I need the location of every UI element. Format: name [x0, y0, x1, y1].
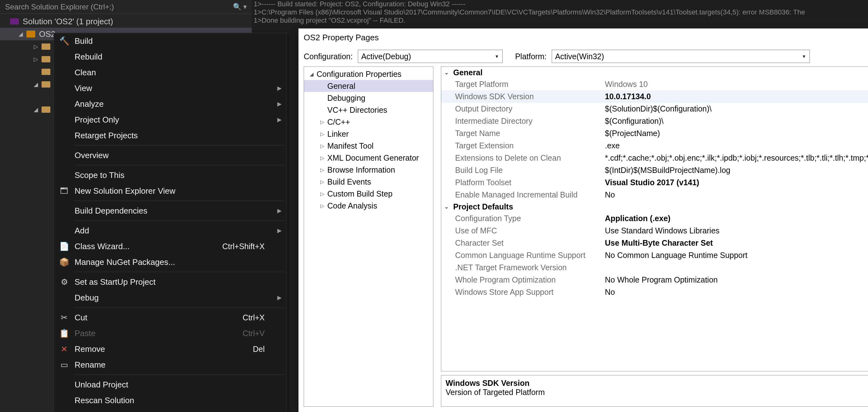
expand-icon: ◢ — [310, 71, 317, 77]
prop-row[interactable]: Target PlatformWindows 10 — [441, 78, 868, 90]
menu-item-class-wizard[interactable]: 📄Class Wizard...Ctrl+Shift+X — [54, 238, 287, 254]
search-box[interactable]: Search Solution Explorer (Ctrl+;) 🔍 ▾ — [0, 0, 252, 14]
menu-item-display-tag-parser-errors[interactable]: Display Tag Parser Errors — [54, 408, 287, 412]
prop-key: Windows Store App Support — [441, 288, 605, 297]
menu-item-overview[interactable]: Overview — [54, 147, 287, 163]
menu-label: Paste — [74, 328, 243, 338]
config-item-debugging[interactable]: Debugging — [304, 92, 433, 104]
menu-shortcut: Del — [253, 345, 277, 354]
menu-label: Analyze — [74, 99, 277, 109]
search-icon[interactable]: 🔍 ▾ — [233, 3, 247, 11]
menu-label: Unload Project — [74, 380, 277, 390]
section-general[interactable]: ⌄General — [441, 67, 868, 78]
menu-item-analyze[interactable]: Analyze▶ — [54, 96, 287, 112]
prop-row[interactable]: Platform ToolsetVisual Studio 2017 (v141… — [441, 176, 868, 189]
menu-item-unload-project[interactable]: Unload Project — [54, 377, 287, 392]
chevron-down-icon: ⌄ — [444, 204, 453, 210]
expand-icon[interactable]: ▷ — [31, 56, 40, 63]
expand-icon[interactable]: ◢ — [31, 106, 40, 113]
menu-item-debug[interactable]: Debug▶ — [54, 290, 287, 305]
menu-item-rename[interactable]: ▭Rename — [54, 357, 287, 373]
menu-item-build-dependencies[interactable]: Build Dependencies▶ — [54, 203, 287, 218]
help-title: Windows SDK Version — [446, 379, 868, 388]
config-item-build-events[interactable]: ▷Build Events — [304, 176, 433, 188]
config-item-label: Code Analysis — [327, 201, 377, 210]
menu-item-add[interactable]: Add▶ — [54, 223, 287, 238]
section-label: General — [453, 68, 483, 77]
configuration-select[interactable]: Active(Debug) ▼ — [358, 50, 503, 63]
menu-item-scope-to-this[interactable]: Scope to This — [54, 167, 287, 183]
dialog-title: OS2 Property Pages — [304, 33, 379, 42]
config-item-browse-information[interactable]: ▷Browse Information — [304, 164, 433, 176]
prop-key: Character Set — [441, 238, 605, 247]
menu-label: Add — [74, 226, 277, 236]
folder-icon — [40, 67, 52, 76]
config-item-custom-build-step[interactable]: ▷Custom Build Step — [304, 188, 433, 200]
dialog-titlebar: OS2 Property Pages ? ✕ — [299, 29, 868, 46]
config-item-label: Debugging — [327, 93, 365, 103]
property-help: Windows SDK Version Version of Targeted … — [441, 375, 868, 407]
menu-label: Class Wizard... — [74, 242, 222, 252]
prop-row[interactable]: Target Extension.exe — [441, 140, 868, 152]
menu-item-remove[interactable]: ✕RemoveDel — [54, 341, 287, 357]
menu-item-manage-nuget-packages[interactable]: 📦Manage NuGet Packages... — [54, 254, 287, 270]
prop-row[interactable]: Target Name$(ProjectName) — [441, 127, 868, 140]
config-item-c-c-[interactable]: ▷C/C++ — [304, 116, 433, 128]
config-item-code-analysis[interactable]: ▷Code Analysis — [304, 200, 433, 212]
expand-icon[interactable]: ◢ — [31, 81, 40, 88]
prop-key: Target Name — [441, 129, 605, 138]
prop-row[interactable]: Windows SDK Version10.0.17134.0 — [441, 90, 868, 103]
menu-item-view[interactable]: View▶ — [54, 80, 287, 96]
prop-row[interactable]: Whole Program OptimizationNo Whole Progr… — [441, 274, 868, 286]
folder-icon — [40, 80, 52, 89]
menu-label: Rescan Solution — [74, 395, 277, 405]
menu-label: View — [74, 84, 277, 93]
menu-label: Overview — [74, 151, 277, 160]
menu-item-rescan-solution[interactable]: Rescan Solution — [54, 392, 287, 408]
chevron-down-icon: ⌄ — [444, 69, 453, 76]
config-item-xml-document-generator[interactable]: ▷XML Document Generator — [304, 152, 433, 164]
window-icon: 🗔 — [54, 186, 74, 196]
output-line: 1>Done building project "OS2.vcxproj" --… — [254, 17, 405, 24]
menu-item-rebuild[interactable]: Rebuild — [54, 49, 287, 65]
prop-row[interactable]: Character SetUse Multi-Byte Character Se… — [441, 237, 868, 249]
config-item-vc-directories[interactable]: VC++ Directories — [304, 104, 433, 116]
config-item-label: C/C++ — [327, 117, 350, 127]
prop-row[interactable]: .NET Target Framework Version — [441, 261, 868, 274]
menu-item-new-solution-explorer-view[interactable]: 🗔New Solution Explorer View — [54, 183, 287, 199]
menu-label: New Solution Explorer View — [74, 186, 277, 196]
prop-row[interactable]: Build Log File$(IntDir)$(MSBuildProjectN… — [441, 164, 868, 176]
config-root[interactable]: ◢Configuration Properties — [304, 68, 433, 80]
menu-item-project-only[interactable]: Project Only▶ — [54, 112, 287, 127]
config-item-manifest-tool[interactable]: ▷Manifest Tool — [304, 140, 433, 152]
prop-row[interactable]: Common Language Runtime SupportNo Common… — [441, 249, 868, 261]
expand-icon[interactable]: ◢ — [17, 31, 25, 37]
menu-item-set-as-startup-project[interactable]: ⚙Set as StartUp Project — [54, 274, 287, 290]
expand-icon[interactable]: ▷ — [31, 43, 40, 50]
prop-key: Extensions to Delete on Clean — [441, 153, 605, 163]
prop-row[interactable]: Use of MFCUse Standard Windows Libraries — [441, 225, 868, 237]
project-label: OS2 — [39, 29, 55, 39]
menu-shortcut: Ctrl+X — [243, 313, 277, 322]
solution-node[interactable]: Solution 'OS2' (1 project) — [0, 15, 252, 28]
dialog-toolbar: Configuration: Active(Debug) ▼ Platform:… — [299, 46, 868, 66]
chevron-right-icon: ▶ — [277, 207, 287, 214]
menu-label: Build — [74, 36, 277, 46]
solution-label: Solution 'OS2' (1 project) — [23, 17, 113, 26]
output-line: 1>------ Build started: Project: OS2, Co… — [254, 0, 465, 8]
menu-item-cut[interactable]: ✂CutCtrl+X — [54, 310, 287, 325]
prop-row[interactable]: Windows Store App SupportNo — [441, 286, 868, 298]
menu-item-clean[interactable]: Clean — [54, 65, 287, 80]
prop-row[interactable]: Extensions to Delete on Clean*.cdf;*.cac… — [441, 152, 868, 164]
section-project-defaults[interactable]: ⌄Project Defaults — [441, 201, 868, 212]
menu-item-retarget-projects[interactable]: Retarget Projects — [54, 127, 287, 143]
config-item-general[interactable]: General — [304, 80, 433, 92]
prop-row[interactable]: Enable Managed Incremental BuildNo — [441, 189, 868, 201]
menu-label: Rebuild — [74, 52, 277, 62]
platform-select[interactable]: Active(Win32) ▼ — [552, 50, 810, 63]
prop-row[interactable]: Configuration TypeApplication (.exe) — [441, 212, 868, 225]
menu-item-build[interactable]: 🔨Build — [54, 33, 287, 49]
config-item-linker[interactable]: ▷Linker — [304, 128, 433, 140]
prop-row[interactable]: Intermediate Directory$(Configuration)\ — [441, 115, 868, 127]
prop-row[interactable]: Output Directory$(SolutionDir)$(Configur… — [441, 103, 868, 115]
